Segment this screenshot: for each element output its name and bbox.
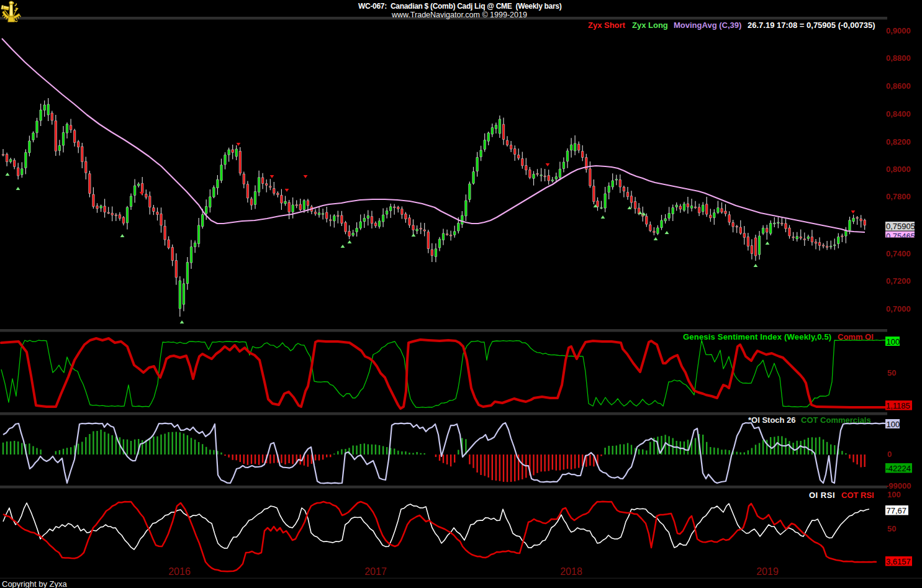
svg-text:0,7800: 0,7800 (886, 192, 911, 201)
svg-text:WC-067: Canadian $ (Comb) Cad: WC-067: Canadian $ (Comb) Cadj Liq @ CME… (358, 2, 562, 11)
svg-text:26.7.19 17:08 = 0,75905 (-0,00: 26.7.19 17:08 = 0,75905 (-0,00735) (748, 20, 875, 30)
svg-text:100: 100 (887, 337, 900, 346)
svg-text:Copyright by Zyxa: Copyright by Zyxa (2, 579, 68, 588)
svg-text:0,7000: 0,7000 (886, 304, 911, 314)
svg-text:MovingAvg (C,39): MovingAvg (C,39) (674, 20, 741, 30)
svg-text:0,9000: 0,9000 (886, 26, 911, 35)
svg-text:2019: 2019 (756, 566, 779, 577)
svg-text:0,8800: 0,8800 (886, 53, 911, 63)
svg-text:1,1185: 1,1185 (886, 401, 910, 410)
svg-text:2016: 2016 (168, 566, 191, 577)
svg-text:0,7400: 0,7400 (886, 249, 911, 258)
svg-text:OI RSI: OI RSI (809, 491, 835, 500)
svg-text:Comm OI: Comm OI (838, 332, 874, 341)
svg-text:*OI Stoch 26: *OI Stoch 26 (748, 415, 796, 425)
svg-text:0,75905: 0,75905 (886, 222, 915, 231)
svg-text:0,7200: 0,7200 (886, 276, 911, 286)
svg-text:100: 100 (887, 420, 900, 429)
svg-text:0,8200: 0,8200 (886, 137, 911, 147)
svg-text:3,6157: 3,6157 (886, 557, 911, 566)
svg-text:Genesis Sentiment Index (Weekl: Genesis Sentiment Index (Weekly,0.5) (683, 332, 831, 341)
svg-text:0: 0 (887, 450, 892, 459)
svg-text:2017: 2017 (364, 566, 387, 577)
svg-text:COT Commercials: COT Commercials (801, 415, 871, 425)
svg-text:COT RSI: COT RSI (841, 491, 874, 500)
svg-text:0,8400: 0,8400 (886, 109, 911, 119)
svg-text:0,8000: 0,8000 (886, 165, 911, 174)
svg-text:Zyx Short: Zyx Short (588, 20, 626, 30)
svg-text:-42224: -42224 (886, 464, 911, 473)
svg-text:0,8600: 0,8600 (886, 81, 911, 91)
svg-text:2018: 2018 (560, 566, 582, 577)
svg-text:www.TradeNavigator.com © 1999-: www.TradeNavigator.com © 1999-2019 (391, 11, 527, 19)
svg-text:50: 50 (887, 368, 896, 378)
svg-text:Zyx Long: Zyx Long (632, 20, 668, 30)
svg-text:77,67: 77,67 (887, 506, 907, 515)
svg-text:50: 50 (887, 524, 896, 533)
svg-text:-99000: -99000 (886, 481, 911, 491)
svg-text:100: 100 (887, 490, 901, 499)
